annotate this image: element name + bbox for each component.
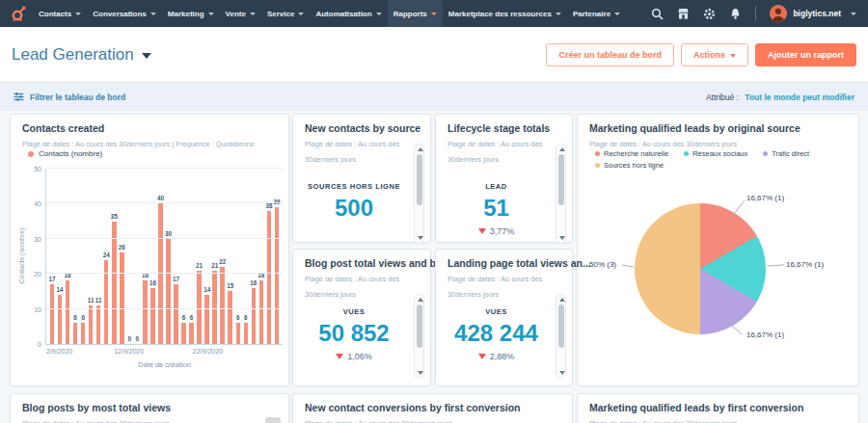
pie-leader-lines xyxy=(578,115,860,387)
card-scrollbar[interactable] xyxy=(414,144,424,244)
nav-menu: ContactsConversationsMarketingVenteServi… xyxy=(33,0,626,27)
metric-value: 51 xyxy=(444,195,549,222)
bar-slot: 30 xyxy=(164,169,172,344)
card-scrollbar[interactable] xyxy=(265,417,281,423)
bar xyxy=(244,323,249,344)
nav-item-marketplace-des-ressources[interactable]: Marketplace des ressources xyxy=(443,0,567,27)
bar-slot: 11 xyxy=(87,169,95,344)
chevron-down-icon xyxy=(431,13,437,15)
nav-item-partenaire[interactable]: Partenaire xyxy=(567,0,626,27)
bar xyxy=(50,284,55,344)
metric-block: LEAD 51 3,77% xyxy=(444,182,549,236)
report-subtitle: Plage de dates : Au cours des 30derniers… xyxy=(448,137,559,167)
search-icon[interactable] xyxy=(651,8,664,20)
metric-delta: 2,88% xyxy=(444,352,549,361)
chart-legend: Contacts (nombre) xyxy=(28,149,102,158)
bar xyxy=(275,207,280,344)
report-title[interactable]: New contacts by source xyxy=(305,122,420,134)
bar-slot: 18 xyxy=(141,169,149,344)
marketplace-icon[interactable] xyxy=(677,8,690,20)
bar-slot: 39 xyxy=(273,169,281,344)
x-axis-title: Date de création xyxy=(46,360,283,369)
scrollbar-thumb[interactable] xyxy=(558,304,564,348)
delta-value: 2,88% xyxy=(490,352,515,361)
nav-item-service[interactable]: Service xyxy=(261,0,310,27)
bar-slot: 0 xyxy=(133,169,141,344)
gridline xyxy=(46,238,283,239)
settings-icon[interactable] xyxy=(703,8,716,20)
scrollbar-thumb[interactable] xyxy=(558,154,564,205)
nav-item-vente[interactable]: Vente xyxy=(220,0,261,27)
nav-item-automatisation[interactable]: Automatisation xyxy=(310,0,387,27)
bar-slot: 6 xyxy=(79,169,87,344)
scroll-down-icon[interactable] xyxy=(559,371,565,375)
page-header: Lead Generation Créer un tableau de bord… xyxy=(0,27,868,82)
card-scrollbar[interactable] xyxy=(556,144,566,244)
bar-slot: 22 xyxy=(219,169,227,344)
y-axis-tick: 50 xyxy=(26,166,41,172)
metric-label: SOURCES HORS LIGNE xyxy=(301,182,407,191)
scroll-up-icon[interactable] xyxy=(559,298,565,302)
scroll-down-icon[interactable] xyxy=(418,371,423,375)
chevron-down-icon xyxy=(851,13,856,15)
card-scrollbar[interactable] xyxy=(414,294,424,379)
report-subtitle: Plage de dates : Au cours des 30derniers… xyxy=(305,137,417,167)
report-title[interactable]: Marketing qualified leads by first conve… xyxy=(589,402,803,413)
report-title[interactable]: Blog posts by most total views xyxy=(22,402,171,413)
nav-item-contacts[interactable]: Contacts xyxy=(33,0,87,27)
filter-dashboard-button[interactable]: Filtrer le tableau de bord xyxy=(14,92,125,102)
metric-delta: 1,06% xyxy=(301,352,407,361)
bar xyxy=(120,252,124,344)
card-landing-page-total-views: Landing page total views an... Plage de … xyxy=(435,249,573,386)
bar xyxy=(150,288,155,344)
chevron-down-icon xyxy=(150,13,156,15)
bar-series: 1714186611112435260018164030176621142122… xyxy=(48,169,281,344)
account-menu[interactable]: biglytics.net xyxy=(770,5,856,22)
gridline xyxy=(46,202,283,203)
report-title[interactable]: Lifecycle stage totals xyxy=(448,122,550,134)
card-mql-by-original-source: Marketing qualified leads by original so… xyxy=(577,114,859,386)
add-report-button[interactable]: Ajouter un rapport xyxy=(755,43,856,66)
create-dashboard-button[interactable]: Créer un tableau de bord xyxy=(546,43,674,66)
gridline xyxy=(46,168,283,169)
hubspot-logo-icon[interactable] xyxy=(4,4,33,23)
bar-slot: 24 xyxy=(102,169,110,344)
scroll-down-icon[interactable] xyxy=(418,236,423,240)
metric-delta: 3,77% xyxy=(444,226,549,236)
scrollbar-thumb[interactable] xyxy=(417,154,422,205)
bar xyxy=(181,323,186,344)
legend-dot xyxy=(28,151,34,157)
card-scrollbar[interactable] xyxy=(556,294,566,379)
scroll-up-icon[interactable] xyxy=(559,147,565,151)
card-blog-posts-by-views: Blog posts by most total views Plage de … xyxy=(10,393,289,423)
decrease-icon xyxy=(336,354,343,359)
report-title[interactable]: Blog post total views and bo... xyxy=(305,257,450,269)
nav-item-conversations[interactable]: Conversations xyxy=(87,0,162,27)
bar-slot: 14 xyxy=(56,169,64,344)
scroll-down-icon[interactable] xyxy=(559,236,565,240)
notifications-icon[interactable] xyxy=(729,8,742,20)
scroll-up-icon[interactable] xyxy=(418,147,423,151)
dashboard-title-dropdown[interactable]: Lead Generation xyxy=(12,45,151,65)
report-title[interactable]: Landing page total views an... xyxy=(448,257,591,269)
actions-button[interactable]: Actions xyxy=(681,43,748,66)
report-subtitle: Plage de dates : Au cours des 30derniers… xyxy=(305,416,452,423)
bar-slot: 16 xyxy=(250,169,258,344)
y-axis-tick: 40 xyxy=(26,200,41,207)
gridline xyxy=(46,308,283,309)
bar-slot: 18 xyxy=(258,169,265,344)
bar-slot: 26 xyxy=(118,169,125,344)
nav-item-rapports[interactable]: Rapports xyxy=(388,0,443,27)
nav-item-marketing[interactable]: Marketing xyxy=(162,0,220,27)
report-subtitle: Plage de dates : Au cours des 30derniers… xyxy=(589,416,737,423)
assigned-permission-link[interactable]: Tout le monde peut modifier xyxy=(745,93,854,102)
card-lifecycle-stage-totals: Lifecycle stage totals Plage de dates : … xyxy=(435,114,573,243)
scroll-up-icon[interactable] xyxy=(418,298,423,302)
scrollbar-thumb[interactable] xyxy=(417,304,422,348)
bar-slot: 35 xyxy=(110,169,118,344)
report-title[interactable]: Contacts created xyxy=(22,122,104,134)
decrease-icon xyxy=(478,354,486,359)
bar-slot: 14 xyxy=(203,169,211,344)
metric-value: 500 xyxy=(301,195,407,222)
report-title[interactable]: New contact conversions by first convers… xyxy=(305,402,520,413)
